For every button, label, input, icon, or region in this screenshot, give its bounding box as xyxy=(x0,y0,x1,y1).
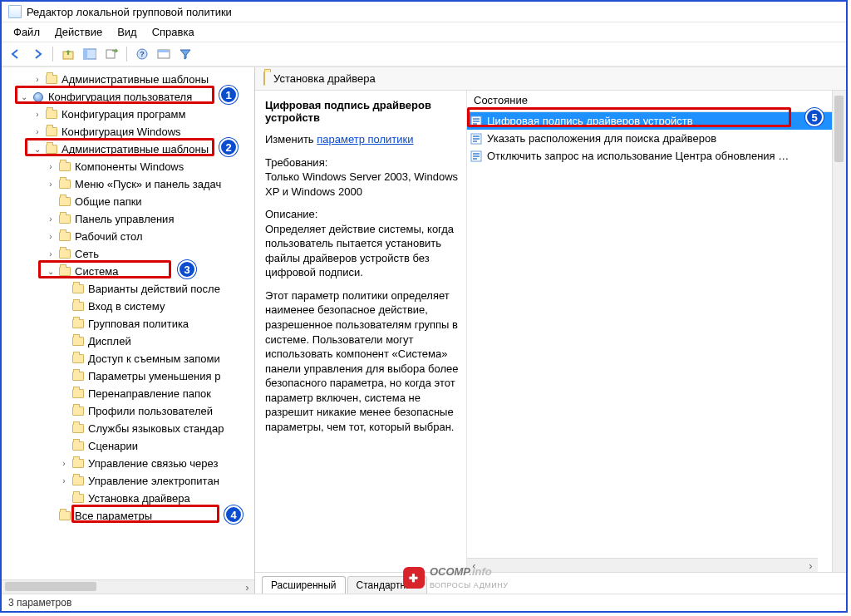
svg-rect-17 xyxy=(473,153,480,155)
grid-row-selected[interactable]: Цифровая подпись драйверов устройств xyxy=(467,112,832,130)
svg-rect-19 xyxy=(473,158,477,160)
expand-icon[interactable]: › xyxy=(45,214,57,224)
tree-item-admin-templates-top[interactable]: › Административные шаблоны xyxy=(5,71,255,88)
folder-icon xyxy=(263,72,268,85)
expand-icon[interactable]: › xyxy=(45,162,57,171)
tree-item-power-mgmt[interactable]: › Управление электропитан xyxy=(5,472,255,490)
expand-icon[interactable]: › xyxy=(58,476,70,485)
expand-icon[interactable]: › xyxy=(45,180,57,189)
tab-extended[interactable]: Расширенный xyxy=(262,576,346,594)
toolbar-separator xyxy=(126,47,127,62)
tree-item-all-params[interactable]: › Все параметры xyxy=(5,507,255,525)
expand-icon[interactable]: › xyxy=(32,75,43,84)
folder-icon xyxy=(71,458,85,470)
svg-rect-13 xyxy=(473,136,480,137)
toolbar: ? xyxy=(2,42,846,67)
tree-item-action-variants[interactable]: › Варианты действий после xyxy=(5,280,255,298)
grid-header-state[interactable]: Состояние xyxy=(467,91,832,112)
menu-view[interactable]: Вид xyxy=(111,24,144,40)
tree-h-scrollbar[interactable]: ‹ › xyxy=(2,579,254,594)
tree-item-network[interactable]: › Сеть xyxy=(5,245,255,263)
user-config-icon xyxy=(32,91,45,103)
tree-item-driver-install[interactable]: › Установка драйвера xyxy=(5,490,255,507)
folder-icon xyxy=(58,161,71,173)
tree-item-desktop[interactable]: › Рабочий стол xyxy=(5,228,255,245)
scroll-right-icon[interactable]: › xyxy=(804,559,818,572)
status-bar: 3 параметров xyxy=(2,594,846,611)
title-bar: Редактор локальной групповой политики xyxy=(2,2,846,22)
tree-item-control-panel[interactable]: › Панель управления xyxy=(5,210,255,228)
tree-item-comm-mgmt[interactable]: › Управление связью через xyxy=(5,455,255,472)
properties-button[interactable] xyxy=(155,45,173,63)
expand-icon[interactable]: › xyxy=(45,249,57,259)
menu-help[interactable]: Справка xyxy=(145,24,201,40)
toolbar-separator xyxy=(52,47,53,62)
up-level-button[interactable] xyxy=(59,45,77,63)
desc-p1: Определяет действие системы, когда польз… xyxy=(265,223,454,279)
grid-column: Состояние Цифровая подпись драйверов уст… xyxy=(467,91,832,572)
grid-row[interactable]: Указать расположения для поиска драйверо… xyxy=(467,130,832,147)
help-button[interactable]: ? xyxy=(133,45,151,63)
expand-icon[interactable]: › xyxy=(32,110,43,119)
svg-rect-10 xyxy=(473,121,480,122)
expand-icon[interactable]: › xyxy=(58,459,70,468)
tree-label: Перенаправление папок xyxy=(88,387,211,400)
grid-row[interactable]: Отключить запрос на использование Центра… xyxy=(467,147,832,165)
tree-label: Компоненты Windows xyxy=(75,160,184,173)
tree-label: Вход в систему xyxy=(88,300,165,313)
tree-item-system[interactable]: ⌄ Система xyxy=(5,263,255,280)
filter-button[interactable] xyxy=(176,45,194,63)
collapse-icon[interactable]: ⌄ xyxy=(32,145,43,154)
edit-policy-link[interactable]: параметр политики xyxy=(317,133,413,145)
tree-item-user-profiles[interactable]: › Профили пользователей xyxy=(5,402,255,420)
nav-back-button[interactable] xyxy=(7,45,25,63)
info-column: Цифровая подпись драйверов устройств Изм… xyxy=(255,91,467,572)
window-title: Редактор локальной групповой политики xyxy=(27,6,232,18)
scroll-thumb[interactable] xyxy=(834,96,844,162)
folder-icon xyxy=(71,371,85,382)
nav-forward-button[interactable] xyxy=(28,45,47,63)
svg-rect-11 xyxy=(473,123,477,125)
tree-label: Сценарии xyxy=(88,440,138,452)
tree-item-logon[interactable]: › Вход в систему xyxy=(5,298,255,315)
tree-label: Система xyxy=(75,265,118,278)
collapse-icon[interactable]: ⌄ xyxy=(45,267,57,276)
tree-item-win-config[interactable]: › Конфигурация Windows xyxy=(5,123,255,140)
tree-item-win-components[interactable]: › Компоненты Windows xyxy=(5,158,255,175)
details-header-title: Установка драйвера xyxy=(273,72,376,85)
tree-item-lang-services[interactable]: › Службы языковых стандар xyxy=(5,420,255,437)
edit-label: Изменить xyxy=(265,133,314,145)
show-hide-tree-button[interactable] xyxy=(81,45,99,63)
folder-icon xyxy=(58,510,71,522)
watermark-text: OCOMP.info ВОПРОСЫ АДМИНУ xyxy=(430,565,509,590)
policy-title: Цифровая подпись драйверов устройств xyxy=(265,99,460,124)
scroll-thumb[interactable] xyxy=(5,582,96,591)
tree-item-folder-redirect[interactable]: › Перенаправление папок xyxy=(5,385,255,402)
menu-action[interactable]: Действие xyxy=(48,24,109,40)
svg-rect-14 xyxy=(473,138,480,140)
tree-item-start-menu[interactable]: › Меню «Пуск» и панель задач xyxy=(5,175,255,193)
tree-item-removable[interactable]: › Доступ к съемным запоми xyxy=(5,350,255,367)
tree-item-admin-templates[interactable]: ⌄ Административные шаблоны xyxy=(5,140,255,158)
tree-item-group-policy[interactable]: › Групповая политика xyxy=(5,315,255,333)
tree-item-prog-config[interactable]: › Конфигурация программ xyxy=(5,106,255,123)
tree-pane[interactable]: › Административные шаблоны ⌄ Конфигураци… xyxy=(2,67,255,594)
tree-item-shared-folders[interactable]: › Общие папки xyxy=(5,193,255,210)
tree-item-scripts[interactable]: › Сценарии xyxy=(5,437,255,455)
expand-icon[interactable]: › xyxy=(32,127,43,136)
expand-icon[interactable]: › xyxy=(45,232,57,241)
tree-label: Сеть xyxy=(75,248,99,260)
tree-item-scaling[interactable]: › Параметры уменьшения р xyxy=(5,367,255,385)
grid-cell: Цифровая подпись драйверов устройств xyxy=(487,115,693,127)
collapse-icon[interactable]: ⌄ xyxy=(18,92,30,101)
tree-item-user-config[interactable]: ⌄ Конфигурация пользователя xyxy=(5,88,255,106)
tree-item-display[interactable]: › Дисплей xyxy=(5,333,255,350)
scroll-right-icon[interactable]: › xyxy=(240,580,254,594)
grid-h-scrollbar[interactable]: ‹ › xyxy=(467,558,818,572)
details-header: Установка драйвера xyxy=(255,67,846,91)
folder-icon xyxy=(71,388,85,400)
menu-file[interactable]: Файл xyxy=(7,24,47,40)
export-list-button[interactable] xyxy=(102,45,121,63)
details-v-scrollbar[interactable] xyxy=(832,91,846,572)
folder-icon xyxy=(58,266,71,278)
